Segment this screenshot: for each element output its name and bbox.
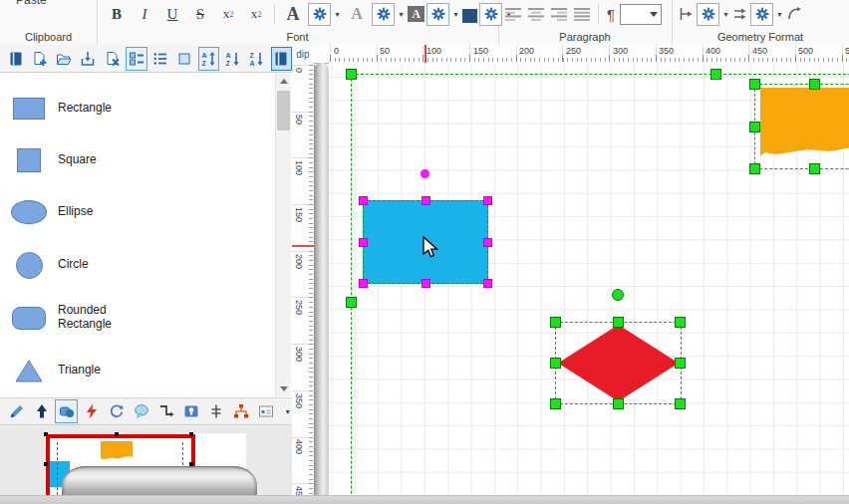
libraries-panel-icon[interactable] — [271, 47, 292, 71]
layout-tool-icon[interactable] — [229, 399, 252, 423]
sort-toggle-icon[interactable]: AZ — [198, 47, 219, 71]
arrow-style-icon[interactable] — [732, 6, 748, 22]
align-right-icon[interactable] — [551, 7, 568, 21]
font-settings-caret[interactable]: ▾ — [333, 10, 342, 19]
align-justify-icon[interactable] — [574, 7, 591, 21]
font-button[interactable]: A — [280, 2, 306, 26]
new-shape-icon[interactable] — [29, 47, 50, 71]
resize-handle[interactable] — [550, 317, 561, 328]
paste-button[interactable]: Paste — [16, 0, 47, 7]
resize-handle[interactable] — [613, 317, 624, 328]
resize-handle[interactable] — [359, 279, 368, 288]
shape-item-rounded-rectangle[interactable]: Rounded Rectangle — [0, 295, 269, 341]
resize-handle[interactable] — [749, 79, 760, 90]
comment-tool-icon[interactable] — [130, 399, 152, 423]
orange-wave-node[interactable] — [754, 84, 849, 169]
list-view-icon[interactable] — [150, 47, 171, 71]
viewport-handle[interactable] — [189, 432, 193, 436]
fill-color-swatch[interactable] — [462, 9, 477, 23]
resize-handle[interactable] — [809, 79, 820, 90]
red-diamond-node[interactable] — [555, 322, 682, 404]
align-center-icon[interactable] — [528, 7, 545, 21]
resize-handle[interactable] — [675, 358, 686, 369]
selection-handle[interactable] — [346, 297, 357, 308]
shape-item-rectangle[interactable]: Rectangle — [0, 86, 269, 131]
scroll-up-button[interactable] — [276, 74, 291, 89]
arrowhead-style-icon[interactable] — [679, 6, 695, 22]
rotation-handle[interactable] — [612, 289, 624, 301]
resize-handle[interactable] — [550, 398, 561, 409]
viewport-handle[interactable] — [44, 462, 48, 466]
shape-item-triangle[interactable]: Triangle — [0, 348, 269, 393]
underline-button[interactable]: U — [159, 2, 185, 26]
resize-handle[interactable] — [359, 238, 368, 247]
character-settings-caret[interactable]: ▾ — [397, 10, 406, 19]
shapes-tool-icon[interactable] — [55, 399, 78, 423]
fill-settings-button[interactable] — [479, 3, 502, 26]
edit-tool-icon[interactable] — [5, 399, 28, 423]
scrollbar-thumb[interactable] — [277, 91, 290, 130]
resize-handle[interactable] — [809, 163, 820, 174]
resize-handle[interactable] — [675, 317, 686, 328]
strikethrough-button[interactable]: S — [187, 2, 213, 26]
palette-scrollbar[interactable] — [275, 74, 291, 396]
viewport-handle[interactable] — [44, 432, 48, 436]
shape-item-circle[interactable]: Circle — [0, 242, 269, 288]
split-tool-icon[interactable] — [204, 399, 227, 423]
resize-handle[interactable] — [422, 196, 430, 205]
pointer-tool-icon[interactable] — [30, 399, 53, 423]
arrowhead-settings-caret[interactable]: ▾ — [721, 10, 730, 19]
thumbnails-view-icon[interactable] — [126, 47, 146, 71]
resize-handle[interactable] — [422, 279, 430, 288]
paragraph-style-select[interactable] — [620, 4, 662, 25]
icons-view-icon[interactable] — [174, 47, 195, 71]
resize-handle[interactable] — [483, 196, 492, 205]
shape-item-ellipse[interactable]: Ellipse — [0, 189, 269, 235]
resize-handle[interactable] — [550, 358, 561, 369]
viewport-handle[interactable] — [115, 432, 119, 436]
resize-handle[interactable] — [613, 398, 624, 409]
delete-shape-icon[interactable] — [102, 47, 123, 71]
sort-ascending-icon[interactable]: AZ — [222, 47, 243, 71]
overview-pane[interactable] — [0, 425, 293, 495]
sort-descending-icon[interactable]: ZA — [247, 47, 268, 71]
scroll-down-button[interactable] — [276, 381, 291, 396]
behavior-tool-icon[interactable] — [80, 399, 103, 423]
resize-handle[interactable] — [359, 196, 368, 205]
resize-handle[interactable] — [749, 122, 760, 132]
character-settings-button[interactable] — [372, 3, 395, 26]
highlight-settings-button[interactable] — [426, 3, 449, 26]
shape-item-square[interactable]: Square — [0, 137, 269, 183]
align-left-icon[interactable] — [505, 7, 522, 21]
highlight-button[interactable]: A — [408, 6, 424, 22]
paragraph-marks-button[interactable]: ¶ — [607, 6, 615, 23]
resize-handle[interactable] — [483, 238, 492, 247]
superscript-button[interactable]: x2 — [243, 2, 269, 26]
properties-tool-icon[interactable] — [254, 399, 277, 423]
shape-library-icon[interactable] — [5, 47, 26, 71]
more-tools-caret[interactable]: ▾ — [283, 407, 292, 416]
open-library-icon[interactable] — [54, 47, 75, 71]
diagram-canvas[interactable] — [329, 63, 849, 495]
anchor-tool-icon[interactable] — [179, 399, 202, 423]
resize-handle[interactable] — [749, 163, 760, 174]
refresh-tool-icon[interactable] — [105, 399, 128, 423]
panel-splitter[interactable] — [314, 63, 329, 495]
subscript-button[interactable]: x2 — [215, 2, 241, 26]
italic-button[interactable]: I — [132, 2, 157, 26]
horizontal-scrollbar[interactable] — [0, 495, 849, 504]
curve-style-icon[interactable] — [786, 6, 802, 22]
selection-handle[interactable] — [710, 69, 721, 80]
character-style-button[interactable]: A — [344, 2, 370, 26]
resize-handle[interactable] — [675, 398, 686, 409]
connector-tool-icon[interactable] — [154, 399, 177, 423]
font-settings-button[interactable] — [308, 3, 331, 26]
arrow-settings-caret[interactable]: ▾ — [775, 10, 784, 19]
save-library-icon[interactable] — [78, 47, 99, 71]
arrowhead-settings-button[interactable] — [697, 3, 719, 26]
highlight-settings-caret[interactable]: ▾ — [451, 10, 460, 19]
bold-button[interactable]: B — [104, 2, 130, 26]
arrow-settings-button[interactable] — [750, 3, 773, 26]
rotation-handle[interactable] — [421, 169, 429, 178]
selection-handle[interactable] — [346, 69, 357, 80]
